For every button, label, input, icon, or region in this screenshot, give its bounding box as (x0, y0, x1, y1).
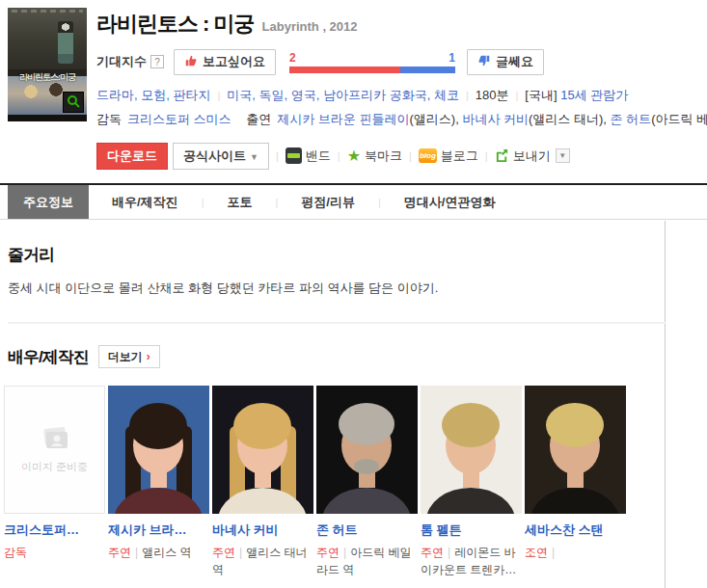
blog-icon: blog (419, 148, 437, 163)
rating-link[interactable]: 15세 관람가 (560, 88, 628, 102)
thumb-up-icon (184, 54, 198, 70)
role-type: 감독 (4, 546, 27, 559)
tab-bar: 주요정보 배우/제작진 | 포토 | 평점/리뷰 | 명대사/연관영화 (0, 183, 707, 220)
tab-photos[interactable]: 포토 (204, 185, 275, 219)
director-label: 감독 (96, 112, 122, 126)
want-to-see-button[interactable]: 보고싶어요 (174, 49, 276, 75)
actor-link[interactable]: 존 허트 (611, 112, 652, 126)
band-label: 밴드 (306, 147, 331, 165)
role-type: 주연 (108, 546, 131, 559)
cast-more-button[interactable]: 더보기 › (98, 345, 160, 368)
page-subtitle: Labyrinth , 2012 (262, 19, 358, 34)
tab-cast-crew[interactable]: 배우/제작진 (89, 185, 202, 219)
cast-role: 주연|앨리스 역 (108, 544, 209, 561)
actor-link[interactable]: 바네사 커비 (462, 112, 529, 126)
want-to-see-label: 보고싶어요 (203, 53, 265, 70)
want-count: 2 (289, 51, 296, 65)
gauge-counts: 2 1 (289, 51, 455, 65)
cast-name-link[interactable]: 바네사 커비 (212, 521, 313, 539)
chevron-down-icon: ▼ (250, 152, 258, 162)
chevron-right-icon: › (147, 350, 150, 363)
actor-portrait (212, 386, 313, 514)
genre-link[interactable]: 드라마 (96, 88, 141, 102)
tab-ratings-reviews[interactable]: 평점/리뷰 (278, 185, 378, 219)
band-share-link[interactable]: 밴드 (286, 147, 331, 165)
photo-placeholder-icon (39, 425, 71, 452)
cast-photo-link[interactable] (108, 386, 209, 514)
star-icon: ★ (347, 148, 361, 164)
cast-name-link[interactable]: 톰 펠튼 (421, 521, 522, 539)
cast-more-label: 더보기 (108, 349, 143, 365)
bookmark-label: 북마크 (365, 147, 402, 165)
share-links: 밴드 | ★ 북마크 | blog 블로그 | 보내기 ▼ (286, 147, 570, 165)
send-dropdown-button[interactable]: ▼ (556, 148, 570, 163)
cast-name-link[interactable]: 존 허트 (316, 521, 418, 539)
genre-list: 드라마모험판타지 (96, 88, 210, 102)
main-content: 줄거리 중세 시대 이단으로 몰려 산채로 화형 당했던 카타르 파의 역사를 … (0, 221, 666, 588)
country-link[interactable]: 남아프리카 공화국 (323, 88, 434, 102)
tab-quotes-related[interactable]: 명대사/연관영화 (381, 185, 519, 219)
cast-photo-link[interactable] (212, 386, 313, 514)
cast-card: 제시카 브라… 주연|앨리스 역 (108, 386, 209, 578)
meh-button[interactable]: 글쎄요 (467, 49, 544, 75)
director-link[interactable]: 크리스토퍼 스미스 (127, 112, 231, 126)
meta-row-2: 감독크리스토퍼 스미스 출연제시카 브라운 핀들레이(앨리스), 바네사 커비(… (96, 111, 700, 128)
placeholder-text: 이미지 준비중 (21, 460, 88, 474)
blog-share-link[interactable]: blog 블로그 (419, 147, 478, 165)
cast-photo-link[interactable] (421, 386, 522, 514)
country-link[interactable]: 독일 (259, 88, 291, 102)
tab-main-info[interactable]: 주요정보 (8, 185, 89, 219)
official-site-label: 공식사이트 (183, 148, 246, 163)
section-divider (8, 322, 666, 324)
cast-photo-link[interactable] (316, 386, 418, 514)
gauge-bar-blue (400, 67, 455, 73)
share-icon (495, 147, 509, 165)
cast-name-link[interactable]: 크리스토퍼… (4, 521, 105, 539)
expectation-label: 기대지수 (96, 53, 147, 70)
meh-label: 글쎄요 (496, 53, 533, 70)
actor-link[interactable]: 제시카 브라운 핀들레이 (277, 112, 409, 126)
expectation-gauge: 2 1 (289, 51, 455, 73)
poster-title-text: 라비린토스:미궁 (8, 71, 87, 84)
actor-portrait (108, 386, 209, 514)
cast-card: 톰 펠튼 주연|레이몬드 바이카운트 트렌카… (421, 386, 522, 578)
cast-heading: 배우/제작진 (8, 346, 89, 368)
actor-portrait (421, 386, 522, 514)
country-link[interactable]: 체코 (434, 88, 459, 102)
role-name: 앨리스 역 (142, 546, 191, 559)
bookmark-link[interactable]: ★ 북마크 (347, 147, 402, 165)
official-site-button[interactable]: 공식사이트▼ (173, 143, 269, 170)
cast-name-link[interactable]: 세바스찬 스탠 (525, 521, 626, 539)
cast-card: 바네사 커비 주연|앨리스 태너 역 (212, 386, 313, 578)
country-link[interactable]: 미국 (227, 88, 258, 102)
cast-role: 주연|아드릭 베일라드 역 (316, 544, 418, 578)
movie-poster: 라비린토스:미궁 (8, 8, 87, 121)
image-placeholder: 이미지 준비중 (4, 386, 105, 514)
genre-link[interactable]: 모험 (141, 88, 173, 102)
poster-zoom-button[interactable] (63, 92, 84, 113)
cast-card: 세바스찬 스탠 조연| (525, 386, 626, 578)
gauge-bar (289, 67, 455, 73)
country-link[interactable]: 영국 (291, 88, 323, 102)
title-row: 라비린토스 : 미궁 Labyrinth , 2012 (96, 10, 700, 39)
send-link[interactable]: 보내기 (495, 147, 551, 165)
genre-link[interactable]: 판타지 (173, 88, 210, 102)
actor-role: (앨리스), (409, 112, 462, 126)
cast-role: 주연|앨리스 태너 역 (212, 544, 313, 578)
cast-card: 존 허트 주연|아드릭 베일라드 역 (316, 386, 418, 578)
band-icon (286, 147, 302, 164)
download-button[interactable]: 다운로드 (96, 143, 168, 170)
cast-photo-link[interactable]: 이미지 준비중 (4, 386, 105, 514)
role-type: 조연 (525, 546, 548, 559)
send-label: 보내기 (513, 147, 551, 165)
help-icon[interactable]: ? (150, 55, 164, 68)
cast-card: 이미지 준비중 크리스토퍼… 감독 (4, 386, 105, 578)
cast-photo-link[interactable] (525, 386, 626, 514)
runtime: 180분 (476, 88, 509, 102)
actor-portrait (525, 386, 626, 514)
cast-name-link[interactable]: 제시카 브라… (108, 521, 209, 539)
region-label: [국내] (525, 88, 557, 102)
page-title: 라비린토스 : 미궁 (96, 10, 255, 39)
blog-label: 블로그 (441, 147, 478, 165)
cast-role: 주연|레이몬드 바이카운트 트렌카… (421, 544, 522, 578)
